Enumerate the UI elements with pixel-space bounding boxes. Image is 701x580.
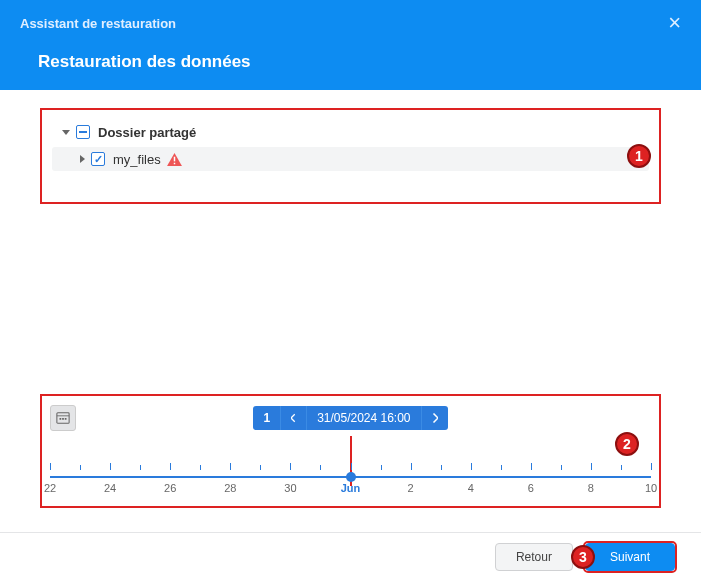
next-button-highlight: 3 Suivant [583,541,677,573]
timeline-tick-label: Jun [341,482,361,494]
timeline-tick-label: 2 [408,482,414,494]
dialog-footer: Retour 3 Suivant [0,532,701,580]
checkbox-checked[interactable] [91,152,105,166]
page-title: Restauration des données [38,52,681,72]
timeline-tick-label: 28 [224,482,236,494]
timeline-ticks [50,470,651,478]
timeline-tick-label: 8 [588,482,594,494]
timeline-tick-label: 6 [528,482,534,494]
chevron-down-icon[interactable] [62,130,70,135]
timeline-tick-label: 4 [468,482,474,494]
tree-root-label: Dossier partagé [98,125,196,140]
timeline-tick-label: 24 [104,482,116,494]
callout-badge-1: 1 [627,144,651,168]
calendar-button[interactable] [50,405,76,431]
timeline-body[interactable]: 2224262830Jun246810 [42,436,659,500]
assistant-title: Assistant de restauration [20,16,176,31]
timeline-tick-label: 26 [164,482,176,494]
date-selector: 1 31/05/2024 16:00 [253,406,447,430]
close-icon[interactable]: × [668,12,681,34]
next-version-button[interactable] [422,406,448,430]
dialog-header: Assistant de restauration × Restauration… [0,0,701,90]
svg-rect-0 [173,156,174,161]
tree-row-child[interactable]: my_files 1 [52,147,649,171]
checkbox-indeterminate[interactable] [76,125,90,139]
svg-rect-5 [62,418,64,420]
svg-rect-6 [65,418,67,420]
callout-badge-3: 3 [571,545,595,569]
folder-tree-panel: Dossier partagé my_files 1 [40,108,661,204]
timeline-toolbar: 1 31/05/2024 16:00 [42,406,659,430]
version-count: 1 [253,406,281,430]
tree-child-label: my_files [113,152,161,167]
chevron-right-icon[interactable] [80,155,85,163]
timeline-tick-label: 22 [44,482,56,494]
timeline-panel: 1 31/05/2024 16:00 2 2224262830Jun246810 [40,394,661,508]
tree-row-root[interactable]: Dossier partagé [52,120,649,144]
prev-version-button[interactable] [281,406,307,430]
content-area: Dossier partagé my_files 1 1 [0,90,701,528]
back-button[interactable]: Retour [495,543,573,571]
svg-rect-4 [60,418,62,420]
timeline-labels: 2224262830Jun246810 [50,482,651,496]
svg-rect-1 [173,162,174,163]
timeline-tick-label: 30 [284,482,296,494]
warning-icon [167,153,182,166]
next-button[interactable]: Suivant [585,543,675,571]
selected-datetime[interactable]: 31/05/2024 16:00 [307,406,421,430]
timeline-tick-label: 10 [645,482,657,494]
